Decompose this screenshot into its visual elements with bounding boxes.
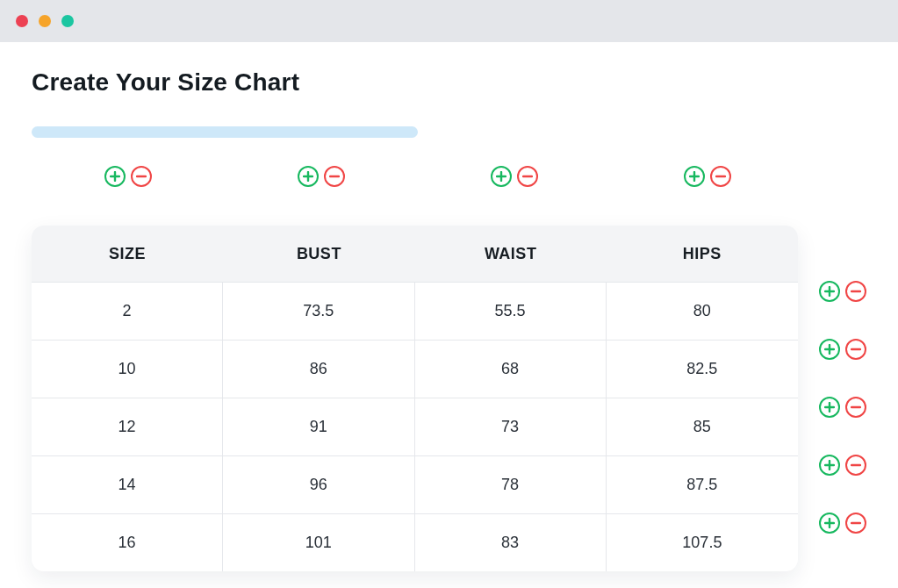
remove-column-icon[interactable]	[324, 166, 345, 187]
table-row: 10 86 68 82.5	[32, 340, 798, 398]
column-controls-waist	[418, 166, 611, 187]
remove-row-icon[interactable]	[845, 513, 866, 534]
cell-waist[interactable]: 73	[415, 398, 607, 455]
add-row-icon[interactable]	[819, 339, 840, 360]
window-close-dot[interactable]	[16, 15, 28, 27]
add-row-icon[interactable]	[819, 397, 840, 418]
add-row-icon[interactable]	[819, 455, 840, 476]
remove-row-icon[interactable]	[845, 397, 866, 418]
cell-waist[interactable]: 68	[415, 341, 607, 398]
column-controls-row	[32, 166, 804, 187]
remove-row-icon[interactable]	[845, 455, 866, 476]
add-column-icon[interactable]	[104, 166, 126, 187]
cell-hips[interactable]: 80	[607, 283, 798, 340]
cell-bust[interactable]: 73.5	[223, 283, 414, 340]
add-row-icon[interactable]	[819, 281, 840, 302]
col-header-hips: HIPS	[607, 245, 798, 263]
cell-bust[interactable]: 96	[223, 456, 414, 513]
col-header-bust: BUST	[223, 245, 414, 263]
col-header-waist: WAIST	[415, 245, 607, 263]
cell-size[interactable]: 16	[32, 514, 223, 571]
col-header-size: SIZE	[32, 245, 223, 263]
add-column-icon[interactable]	[298, 166, 319, 187]
remove-row-icon[interactable]	[845, 339, 866, 360]
row-controls	[819, 378, 866, 436]
progress-bar	[32, 126, 418, 138]
row-controls-column	[819, 206, 866, 552]
cell-waist[interactable]: 55.5	[415, 283, 607, 340]
row-controls	[819, 436, 866, 494]
remove-column-icon[interactable]	[710, 166, 731, 187]
cell-size[interactable]: 12	[32, 398, 223, 455]
row-controls	[819, 262, 866, 320]
remove-column-icon[interactable]	[517, 166, 538, 187]
cell-bust[interactable]: 91	[223, 398, 414, 455]
table-row: 12 91 73 85	[32, 398, 798, 455]
cell-hips[interactable]: 82.5	[607, 341, 798, 398]
window-zoom-dot[interactable]	[61, 15, 74, 27]
window-minimize-dot[interactable]	[39, 15, 51, 27]
table-row: 2 73.5 55.5 80	[32, 282, 798, 340]
table-row: 14 96 78 87.5	[32, 455, 798, 513]
window-titlebar	[0, 0, 898, 42]
add-column-icon[interactable]	[684, 166, 705, 187]
add-column-icon[interactable]	[491, 166, 512, 187]
row-controls	[819, 494, 866, 552]
table-header: SIZE BUST WAIST HIPS	[32, 226, 798, 282]
add-row-icon[interactable]	[819, 513, 840, 534]
column-controls-size	[32, 166, 225, 187]
cell-size[interactable]: 10	[32, 341, 223, 398]
row-controls	[819, 320, 866, 378]
cell-bust[interactable]: 101	[223, 514, 414, 571]
cell-waist[interactable]: 78	[415, 456, 607, 513]
table-row: 16 101 83 107.5	[32, 513, 798, 571]
remove-column-icon[interactable]	[131, 166, 152, 187]
cell-hips[interactable]: 85	[607, 398, 798, 455]
cell-waist[interactable]: 83	[415, 514, 607, 571]
size-chart-table: SIZE BUST WAIST HIPS 2 73.5 55.5 80 10 8…	[32, 226, 798, 571]
remove-row-icon[interactable]	[845, 281, 866, 302]
cell-size[interactable]: 2	[32, 283, 223, 340]
page-title: Create Your Size Chart	[32, 68, 866, 97]
cell-bust[interactable]: 86	[223, 341, 414, 398]
column-controls-bust	[225, 166, 418, 187]
cell-hips[interactable]: 87.5	[607, 456, 798, 513]
column-controls-hips	[611, 166, 804, 187]
cell-size[interactable]: 14	[32, 456, 223, 513]
cell-hips[interactable]: 107.5	[607, 514, 798, 571]
